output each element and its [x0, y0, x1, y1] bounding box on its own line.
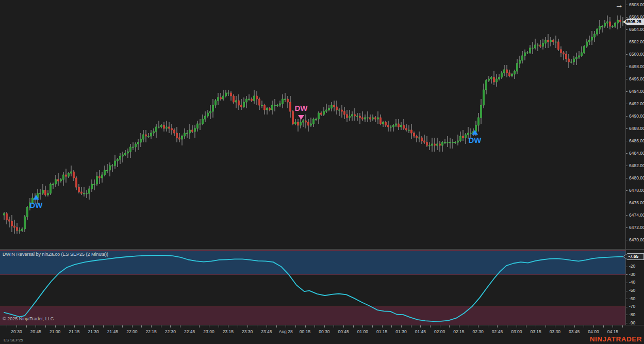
time-axis-tick [267, 325, 267, 327]
price-axis-label-tick [626, 240, 628, 240]
time-axis-label: 04:00 [588, 329, 599, 334]
time-axis-label: 01:15 [376, 329, 387, 334]
signal-label: DW [295, 104, 308, 112]
time-axis-tick [113, 325, 113, 327]
time-axis-tick [411, 325, 411, 327]
time-axis-label: 22:30 [165, 329, 176, 334]
time-axis-tick [536, 325, 536, 327]
time-axis-tick [565, 325, 565, 327]
indicator-value-text: -7.65 [623, 254, 643, 259]
time-axis-label: 23:45 [261, 329, 272, 334]
time-axis-label: 22:45 [184, 329, 195, 334]
price-axis-label: 6498.00 [629, 64, 644, 69]
time-axis-tick [507, 325, 507, 327]
time-axis-label: 04:15 [607, 329, 618, 334]
time-axis-tick [488, 325, 488, 327]
indicator-axis-label: -40 [629, 280, 635, 285]
chart-panels[interactable]: DWDWDW DW!N Reversal by ninZa.co (ES SEP… [0, 0, 625, 325]
time-axis-tick [103, 325, 104, 327]
time-axis-label: 23:15 [223, 329, 234, 334]
copyright-text: © 2025 NinjaTrader, LLC [3, 316, 54, 321]
signal-marker-up: DW [469, 130, 482, 144]
indicator-axis-label-tick [626, 274, 628, 275]
indicator-axis-label-tick [626, 307, 628, 307]
time-axis-tick [478, 325, 478, 327]
time-axis-tick [276, 325, 277, 327]
time-axis-tick [334, 325, 334, 327]
panel-divider[interactable] [0, 249, 644, 250]
indicator-lower-zone [0, 307, 625, 325]
indicator-axis-label: -20 [629, 264, 635, 269]
price-axis-label-tick [626, 29, 628, 30]
indicator-axis-label: -50 [629, 288, 635, 293]
indicator-axis-label-tick [626, 267, 628, 267]
time-axis-tick [55, 325, 56, 327]
go-to-latest-arrow-icon[interactable]: → [614, 0, 625, 10]
time-axis-label: 22:15 [145, 329, 156, 334]
indicator-axis-label: -70 [629, 304, 635, 309]
price-axis-label: 6492.00 [629, 102, 644, 106]
time-axis-tick [170, 325, 171, 327]
candlestick-series [4, 15, 624, 234]
price-axis-label-tick [626, 67, 628, 67]
price-axis-label: 6478.00 [629, 188, 644, 193]
time-axis-tick [26, 325, 27, 327]
time-axis-tick [141, 325, 142, 327]
time-axis-tick [517, 325, 517, 327]
time-axis-tick [84, 325, 85, 327]
indicator-axis-label-tick [626, 291, 628, 291]
instrument-tab[interactable]: ES SEP25 [4, 338, 23, 342]
price-axis-label: 6494.00 [629, 89, 644, 94]
time-axis-tick [603, 325, 604, 327]
indicator-axis-label: -60 [629, 297, 635, 301]
ninjatrader-logo-text: NINJATRADER [590, 335, 642, 343]
price-axis-label: 6500.00 [629, 52, 644, 57]
time-axis-label: 22:00 [126, 329, 137, 334]
time-axis-tick [324, 325, 325, 327]
time-axis-label: 03:00 [511, 329, 522, 334]
time-axis-tick [391, 325, 392, 327]
time-axis-label: 21:15 [69, 329, 79, 334]
time-axis-tick [372, 325, 373, 327]
signal-arrow-icon [298, 115, 304, 120]
price-axis-label: 6496.00 [629, 77, 644, 81]
time-axis-label: 03:30 [550, 329, 560, 334]
indicator-axis-label: -30 [629, 272, 635, 277]
price-axis-label: 6508.00 [629, 3, 644, 7]
time-axis-tick [449, 325, 450, 327]
price-axis-label-tick [626, 141, 628, 141]
indicator-title: DW!N Reversal by ninZa.co (ES SEP25 (2 M… [3, 252, 108, 257]
time-axis-label: 03:15 [530, 329, 541, 334]
price-axis-label-tick [626, 190, 628, 191]
price-axis-label-tick [626, 91, 628, 92]
time-axis-tick [132, 325, 133, 327]
signal-label: DW [469, 136, 482, 144]
indicator-axis-label: -90 [629, 321, 635, 325]
time-axis-label: 01:30 [395, 329, 406, 334]
time-axis-tick [497, 325, 498, 327]
time-axis-tick [16, 325, 17, 327]
time-axis-tick [353, 325, 354, 327]
time-axis-tick [190, 325, 190, 327]
indicator-axis-label-tick [626, 283, 628, 283]
signal-marker-up: DW [30, 195, 43, 209]
time-axis-tick [286, 325, 286, 327]
time-axis-label: 21:30 [88, 329, 99, 334]
time-axis-label: Aug 28 [279, 329, 293, 334]
price-axis-label: 6486.00 [629, 139, 644, 143]
price-axis-label-tick [626, 166, 628, 166]
time-axis-label: 00:15 [300, 329, 310, 334]
time-axis-label: 02:15 [453, 329, 464, 334]
price-axis[interactable]: 6508.006506.006504.006502.006500.006498.… [625, 0, 644, 325]
time-axis-label: 21:00 [49, 329, 60, 334]
time-axis-label: 00:30 [319, 329, 329, 334]
time-axis[interactable]: 20:3020:4521:0021:1521:3021:4522:0022:15… [0, 325, 644, 336]
price-axis-label-tick [626, 79, 628, 79]
time-axis-label: 23:00 [203, 329, 214, 334]
price-axis-label-tick [626, 54, 628, 55]
price-axis-label: 6490.00 [629, 114, 644, 119]
price-axis-label: 6502.00 [629, 40, 644, 44]
indicator-axis-label-tick [626, 315, 628, 315]
time-axis-tick [420, 325, 421, 327]
price-axis-label: 6470.00 [629, 238, 644, 242]
